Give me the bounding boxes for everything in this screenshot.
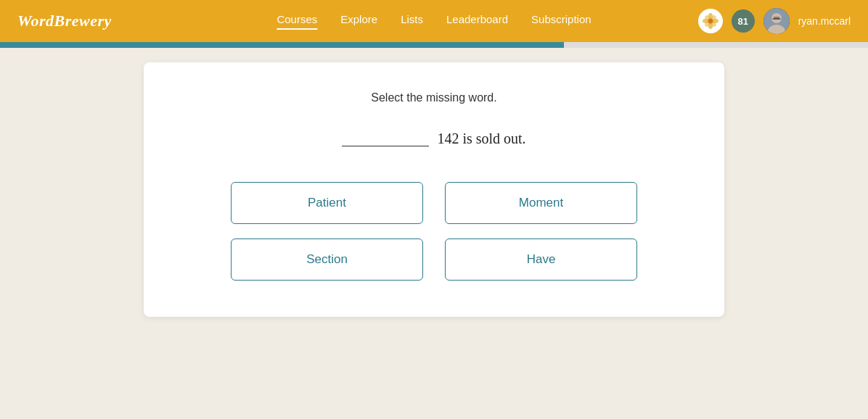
progress-bar-fill: [0, 42, 564, 48]
svg-point-9: [708, 19, 713, 23]
progress-bar-container: [0, 42, 868, 48]
header: WordBrewery Courses Explore Lists Leader…: [0, 0, 868, 42]
instruction: Select the missing word.: [179, 91, 689, 104]
nav-explore[interactable]: Explore: [340, 13, 377, 30]
username: ryan.mccarl: [798, 15, 851, 27]
quiz-card: Select the missing word. 142 is sold out…: [144, 62, 724, 317]
nav: Courses Explore Lists Leaderboard Subscr…: [277, 13, 591, 30]
avatar[interactable]: [763, 8, 790, 34]
blank: [342, 133, 429, 146]
header-right: 81 ryan.mccarl: [698, 8, 851, 34]
nav-leaderboard[interactable]: Leaderboard: [446, 13, 508, 30]
nav-lists[interactable]: Lists: [401, 13, 423, 30]
sentence-after-blank: 142 is sold out.: [437, 130, 525, 146]
answer-section[interactable]: Section: [231, 238, 423, 281]
nav-subscription[interactable]: Subscription: [531, 13, 591, 30]
hop-icon: [698, 9, 723, 33]
svg-rect-14: [772, 18, 781, 20]
points-badge: 81: [732, 9, 755, 33]
answer-moment[interactable]: Moment: [445, 182, 637, 224]
nav-courses[interactable]: Courses: [277, 13, 317, 30]
answer-grid: Patient Moment Section Have: [231, 182, 637, 281]
sentence: 142 is sold out.: [179, 130, 689, 147]
answer-patient[interactable]: Patient: [231, 182, 423, 224]
logo: WordBrewery: [17, 12, 112, 30]
main-content: Select the missing word. 142 is sold out…: [0, 48, 868, 346]
answer-have[interactable]: Have: [445, 238, 637, 281]
